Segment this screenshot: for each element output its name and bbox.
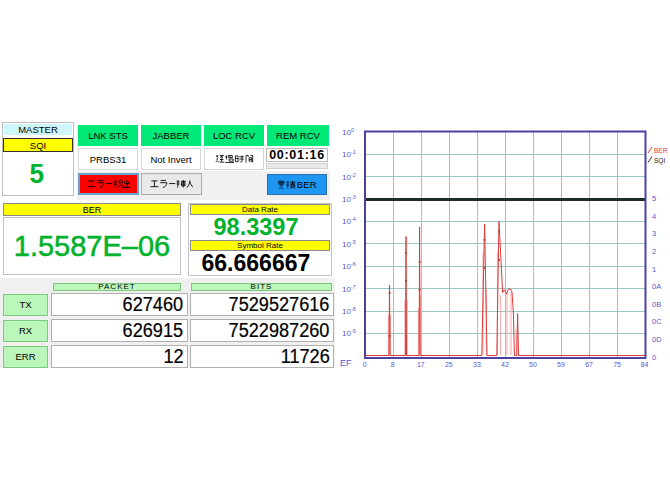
svg-text:EF: EF [340, 358, 352, 368]
svg-text:10-4: 10-4 [342, 216, 356, 226]
svg-text:BER: BER [654, 147, 668, 154]
svg-text:59: 59 [557, 361, 565, 368]
svg-text:42: 42 [501, 361, 509, 368]
svg-text:10-7: 10-7 [342, 284, 356, 294]
svg-text:3: 3 [652, 229, 656, 238]
svg-text:0B: 0B [652, 300, 661, 309]
svg-text:8: 8 [391, 361, 395, 368]
svg-text:10-3: 10-3 [342, 194, 356, 204]
svg-text:75: 75 [613, 361, 621, 368]
svg-text:10-8: 10-8 [342, 306, 356, 316]
svg-text:2: 2 [652, 247, 656, 256]
svg-text:0: 0 [652, 353, 656, 362]
svg-text:100: 100 [342, 127, 354, 137]
svg-text:50: 50 [529, 361, 537, 368]
svg-text:0D: 0D [652, 335, 662, 344]
svg-text:5: 5 [652, 194, 656, 203]
svg-text:25: 25 [445, 361, 453, 368]
svg-text:10-1: 10-1 [342, 149, 356, 159]
svg-text:10-2: 10-2 [342, 172, 356, 182]
svg-text:SQI: SQI [654, 157, 665, 165]
svg-text:10-5: 10-5 [342, 239, 356, 249]
svg-text:67: 67 [585, 361, 593, 368]
svg-text:33: 33 [473, 361, 481, 368]
svg-text:0: 0 [363, 361, 367, 368]
svg-text:10-6: 10-6 [342, 261, 356, 271]
svg-text:84: 84 [641, 361, 649, 368]
svg-text:4: 4 [652, 212, 656, 221]
svg-text:1: 1 [652, 265, 656, 274]
svg-text:10-9: 10-9 [342, 328, 356, 338]
svg-text:0A: 0A [652, 282, 661, 291]
svg-text:0C: 0C [652, 317, 662, 326]
svg-text:17: 17 [417, 361, 425, 368]
